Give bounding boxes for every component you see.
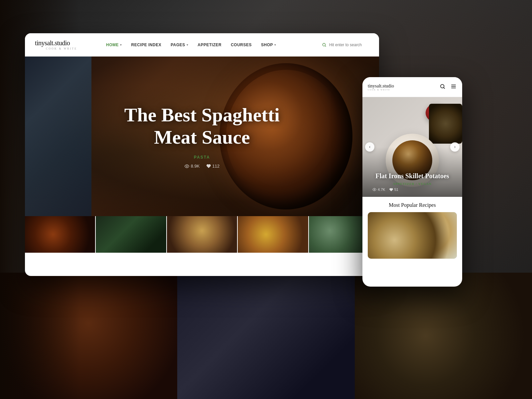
hero-category[interactable]: PASTA xyxy=(194,155,210,160)
mobile-nav: tinysalt.studio COOK & WRITE xyxy=(362,77,462,97)
nav-home-arrow: ▾ xyxy=(120,43,122,47)
hero-title: The Best Spaghetti Meat Sauce xyxy=(102,104,302,148)
carousel-stats: 4.7K 51 xyxy=(372,188,452,192)
mobile-logo-tagline: COOK & WRITE xyxy=(368,89,440,91)
thumb-item[interactable] xyxy=(238,216,309,253)
search-input[interactable] xyxy=(329,43,369,47)
nav-search[interactable] xyxy=(322,43,369,47)
svg-line-1 xyxy=(325,46,326,47)
hero-stats: 8.9K 112 xyxy=(185,164,219,169)
thumbnail-strip xyxy=(25,216,379,253)
mobile-logo[interactable]: tinysalt.studio COOK & WRITE xyxy=(368,83,440,91)
heart-icon xyxy=(389,188,393,192)
thumb-bg xyxy=(238,216,308,253)
nav-home[interactable]: HOME ▾ xyxy=(101,43,127,47)
thumb-item[interactable] xyxy=(167,216,238,253)
bg-strip-item xyxy=(177,273,354,399)
logo-text: tinysalt.studio xyxy=(35,39,88,47)
nav-shop[interactable]: SHOP ▾ xyxy=(256,43,281,47)
svg-point-8 xyxy=(374,189,375,190)
hero-likes: 112 xyxy=(206,164,220,169)
popular-image[interactable] xyxy=(368,212,457,259)
logo-tagline: COOK & WRITE xyxy=(35,47,88,50)
nav-appetizer[interactable]: APPETIZER xyxy=(193,43,226,47)
popular-title: Most Popular Recipes xyxy=(368,202,457,208)
svg-point-2 xyxy=(186,166,188,167)
svg-point-0 xyxy=(323,43,325,46)
mobile-carousel: Flat Irons Skillet Potatoes APPETIZER / … xyxy=(362,97,462,197)
thumb-bg xyxy=(167,216,237,253)
hero-views: 8.9K xyxy=(185,164,200,169)
mobile-search-button[interactable] xyxy=(440,83,446,91)
nav-pages-arrow: ▾ xyxy=(187,43,189,47)
carousel-views: 4.7K xyxy=(372,188,385,192)
nav-courses[interactable]: COURSES xyxy=(226,43,256,47)
svg-point-3 xyxy=(441,84,444,88)
carousel-prev-button[interactable]: ‹ xyxy=(365,142,374,152)
carousel-likes: 51 xyxy=(389,188,398,192)
eye-icon xyxy=(372,188,376,192)
eye-icon xyxy=(185,164,189,169)
mobile-nav-icons xyxy=(440,83,457,91)
carousel-title: Flat Irons Skillet Potatoes xyxy=(372,172,452,180)
desktop-nav: tinysalt.studio COOK & WRITE HOME ▾ RECI… xyxy=(25,33,379,57)
thumb-item[interactable] xyxy=(25,216,96,253)
hero-content: The Best Spaghetti Meat Sauce PASTA 8.9K… xyxy=(25,57,379,216)
nav-links: HOME ▾ RECIPE INDEX PAGES ▾ APPETIZER CO… xyxy=(101,43,322,47)
svg-line-4 xyxy=(444,87,445,88)
carousel-categories[interactable]: APPETIZER / VEGAN xyxy=(372,182,452,186)
nav-recipe-index[interactable]: RECIPE INDEX xyxy=(127,43,166,47)
menu-icon xyxy=(450,83,457,89)
mobile-menu-button[interactable] xyxy=(450,83,457,91)
search-icon xyxy=(440,83,446,89)
desktop-logo[interactable]: tinysalt.studio COOK & WRITE xyxy=(35,39,88,50)
desktop-hero: The Best Spaghetti Meat Sauce PASTA 8.9K… xyxy=(25,57,379,216)
nav-pages[interactable]: PAGES ▾ xyxy=(166,43,193,47)
thumb-bg xyxy=(25,216,95,253)
thumb-item[interactable] xyxy=(96,216,167,253)
carousel-next-button[interactable]: › xyxy=(450,142,460,152)
mobile-logo-text: tinysalt.studio xyxy=(368,83,440,89)
bg-strip-item xyxy=(355,273,532,399)
nav-shop-arrow: ▾ xyxy=(274,43,276,47)
mobile-popular-section: Most Popular Recipes xyxy=(362,197,462,264)
background-strip xyxy=(0,273,532,399)
popular-food-image xyxy=(368,212,457,259)
thumb-bg xyxy=(96,216,166,253)
search-icon xyxy=(322,43,327,47)
mobile-mockup: tinysalt.studio COOK & WRITE xyxy=(362,77,462,287)
carousel-text: Flat Irons Skillet Potatoes APPETIZER / … xyxy=(362,172,462,192)
heart-icon xyxy=(206,164,211,168)
desktop-mockup: tinysalt.studio COOK & WRITE HOME ▾ RECI… xyxy=(25,33,379,276)
